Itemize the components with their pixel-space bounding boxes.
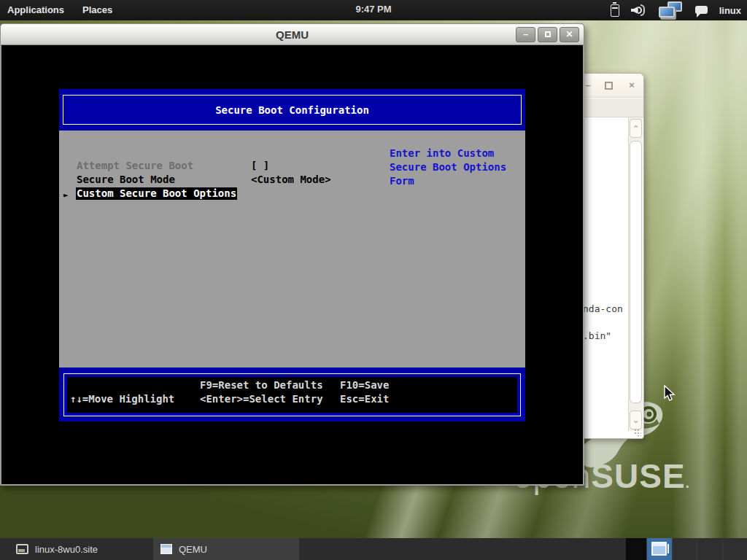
editor-text-line: .bin" — [583, 330, 611, 341]
key-hint-enter: <Enter>=Select Entry — [200, 392, 323, 405]
bios-form-body: Enter into Custom Secure Boot Options Fo… — [59, 131, 525, 368]
qemu-guest-screen[interactable]: Secure Boot Configuration Enter into Cus… — [1, 45, 583, 484]
key-hint-f9: F9=Reset to Defaults — [200, 378, 323, 392]
taskbar-item-label: linux-8wu0.site — [35, 544, 98, 555]
taskbar-item-qemu[interactable]: QEMU — [153, 538, 299, 560]
resize-grip-icon[interactable] — [634, 429, 641, 436]
battery-icon[interactable] — [611, 4, 619, 17]
system-tray: linux — [611, 0, 741, 20]
network-icon[interactable] — [657, 1, 684, 19]
workspace-switcher — [646, 538, 747, 560]
key-hint-esc: Esc=Exit — [340, 392, 389, 405]
bios-form-title: Secure Boot Configuration — [63, 95, 522, 125]
editor-text-line: nda-con — [583, 303, 623, 314]
workspace-2[interactable] — [672, 538, 697, 560]
editor-minimize-button[interactable]: – — [583, 80, 593, 90]
close-icon: ✕ — [565, 29, 573, 39]
chat-bubble-icon[interactable] — [695, 5, 708, 16]
scroll-down-icon[interactable]: ⌄ — [630, 411, 642, 429]
menu-item-label: Attempt Secure Boot — [77, 160, 193, 171]
minimize-button[interactable]: – — [516, 27, 535, 42]
editor-maximize-button[interactable] — [605, 82, 613, 90]
monitor-front — [659, 7, 675, 18]
bios-help-line: Enter into Custom — [390, 147, 506, 160]
maximize-icon — [545, 31, 551, 37]
username-label[interactable]: linux — [719, 5, 741, 16]
workspace-window-thumbnail — [651, 542, 667, 556]
window-title: QEMU — [1, 28, 584, 41]
secure-boot-configuration-form: Secure Boot Configuration Enter into Cus… — [59, 89, 525, 421]
key-hint-panel: F9=Reset to Defaults F10=Save ↑↓=Move Hi… — [67, 377, 517, 413]
mouse-cursor — [662, 385, 677, 402]
tray-gap — [626, 538, 646, 560]
menu-item-label: Secure Boot Mode — [77, 174, 175, 185]
workspace-3[interactable] — [697, 538, 722, 560]
terminal-icon — [16, 544, 28, 554]
chat-bubble-tail — [697, 13, 701, 18]
menu-item-custom-secure-boot-options[interactable]: ► Custom Secure Boot Options — [59, 187, 525, 201]
taskbar-item-label: QEMU — [179, 544, 207, 555]
taskbar: linux-8wu0.site QEMU — [0, 538, 747, 560]
dropdown-value[interactable]: <Custom Mode> — [251, 174, 331, 186]
volume-icon[interactable] — [631, 4, 646, 16]
top-panel: Applications Places 9:47 PM linux — [0, 0, 747, 20]
bios-key-hint-bar: F9=Reset to Defaults F10=Save ↑↓=Move Hi… — [59, 368, 525, 421]
key-hint-frame: F9=Reset to Defaults F10=Save ↑↓=Move Hi… — [63, 373, 521, 416]
key-hint-move: ↑↓=Move Highlight — [70, 392, 174, 405]
opensuse-wordmark-dot: . — [686, 475, 691, 491]
selection-pointer-icon: ► — [63, 189, 69, 201]
selected-menu-item-label[interactable]: Custom Secure Boot Options — [76, 187, 237, 200]
opensuse-wordmark-suse: SUSE — [591, 457, 685, 495]
workspace-1[interactable] — [646, 538, 672, 560]
close-button[interactable]: ✕ — [560, 27, 579, 42]
editor-close-button[interactable]: × — [627, 80, 637, 90]
speaker-body — [631, 7, 638, 14]
checkbox-value[interactable]: [ ] — [251, 160, 269, 172]
maximize-button[interactable] — [538, 27, 557, 42]
scroll-up-icon[interactable]: ⌃ — [630, 119, 642, 138]
menu-item-attempt-secure-boot[interactable]: Attempt Secure Boot [ ] — [77, 160, 525, 174]
minimize-icon: – — [523, 29, 528, 39]
scrollbar-thumb[interactable] — [630, 141, 642, 403]
speaker-wave — [640, 4, 645, 16]
key-hint-f10: F10=Save — [340, 378, 389, 392]
qemu-window[interactable]: QEMU – ✕ Secure Boot Configuration Enter… — [0, 23, 584, 486]
menu-item-secure-boot-mode[interactable]: Secure Boot Mode <Custom Mode> — [77, 174, 525, 187]
bios-form-titlebar: Secure Boot Configuration — [59, 89, 525, 131]
taskbar-item-host[interactable]: linux-8wu0.site — [9, 538, 147, 560]
window-controls: – ✕ — [516, 27, 579, 42]
editor-scrollbar[interactable]: ⌃ ⌄ — [628, 117, 643, 431]
qemu-titlebar[interactable]: QEMU – ✕ — [0, 23, 584, 45]
workspace-4[interactable] — [722, 538, 747, 560]
window-icon — [160, 544, 172, 554]
